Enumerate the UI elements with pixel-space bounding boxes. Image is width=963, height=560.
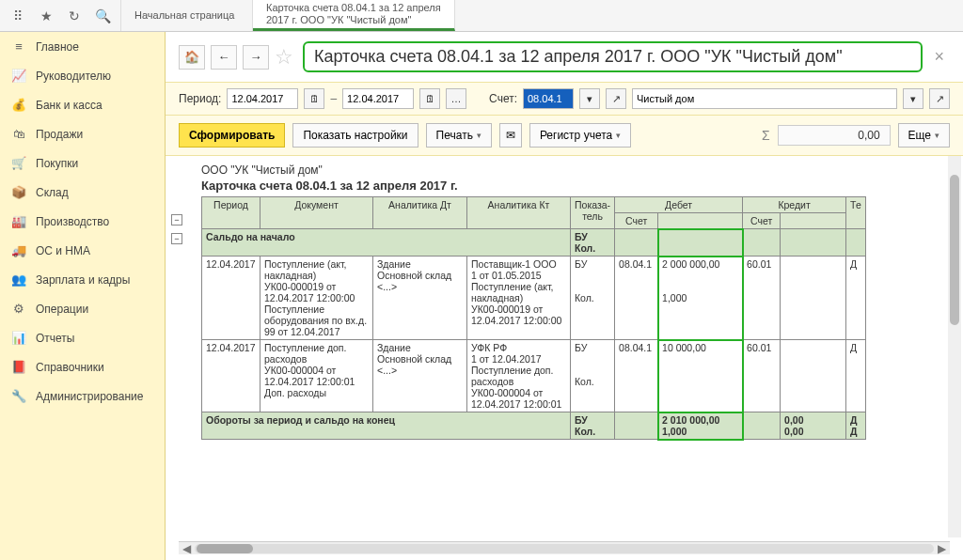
horizontal-scrollbar[interactable]: ◀ ▶ [179, 541, 950, 554]
col-period: Период [202, 197, 260, 229]
more-button[interactable]: Еще▾ [898, 123, 950, 148]
sidebar-item-sales[interactable]: 🛍Продажи [0, 119, 165, 148]
sidebar-item-label: ОС и НМА [36, 244, 90, 257]
content-header: 🏠 ← → ☆ Карточка счета 08.04.1 за 12 апр… [166, 32, 963, 156]
period-select-button[interactable]: … [446, 88, 466, 109]
account-open-button[interactable]: ↗ [606, 88, 626, 109]
register-button[interactable]: Регистр учета▾ [529, 123, 631, 148]
star-icon[interactable]: ★ [34, 4, 58, 28]
title-row: 🏠 ← → ☆ Карточка счета 08.04.1 за 12 апр… [179, 41, 950, 72]
report-icon: 📊 [11, 331, 26, 345]
table-row[interactable]: 12.04.2017 Поступление (акт, накладная) … [202, 257, 866, 340]
money-icon: 💰 [11, 98, 26, 112]
close-button[interactable]: × [928, 47, 950, 67]
col-debit: Дебет [615, 197, 743, 213]
date-from-input[interactable] [227, 88, 298, 109]
sidebar-item-label: Продажи [36, 128, 83, 141]
calendar-from-button[interactable]: 🗓 [304, 88, 324, 109]
sidebar-item-label: Отчеты [36, 332, 74, 345]
cell-t: Д [846, 340, 866, 412]
back-button[interactable]: ← [211, 45, 237, 70]
sidebar-item-label: Склад [36, 186, 69, 199]
totals-debit: 2 010 000,001,000 [658, 412, 743, 440]
date-separator: – [330, 92, 337, 105]
sidebar-item-manager[interactable]: 📈Руководителю [0, 61, 165, 90]
cell-document: Поступление доп. расходов УК00-000004 от… [260, 340, 373, 412]
favorite-star-icon[interactable]: ☆ [275, 45, 293, 70]
cell-an-kt: УФК РФ 1 от 12.04.2017 Поступление доп. … [467, 340, 571, 412]
sidebar-item-dictionaries[interactable]: 📕Справочники [0, 352, 165, 381]
tree-toggle[interactable]: − [171, 233, 182, 244]
sum-display: 0,00 [778, 125, 891, 146]
sidebar-item-label: Банк и касса [36, 99, 103, 112]
apps-icon[interactable]: ⠿ [6, 4, 30, 28]
col-dt-schet: Счет [615, 213, 658, 229]
show-settings-label: Показать настройки [303, 129, 407, 142]
gear-icon: ⚙ [11, 302, 26, 316]
sidebar-item-main[interactable]: ≡Главное [0, 32, 165, 61]
vertical-scrollbar[interactable] [948, 156, 961, 537]
cell-indicator: БУКол. [571, 340, 615, 412]
period-label: Период: [179, 92, 221, 105]
date-to-input[interactable] [342, 88, 414, 109]
tab-report[interactable]: Карточка счета 08.04.1 за 12 апреля 2017… [253, 0, 455, 31]
cell-dt-val: 10 000,00 [658, 340, 743, 412]
mail-button[interactable]: ✉ [499, 123, 522, 148]
org-dropdown-button[interactable]: ▾ [903, 88, 924, 109]
forward-button[interactable]: → [243, 45, 269, 70]
sidebar-item-label: Руководителю [36, 70, 111, 83]
cell-dt-val: 2 000 000,001,000 [658, 257, 743, 340]
table-header-row: Период Документ Аналитика Дт Аналитика К… [202, 197, 866, 213]
sidebar-item-bank[interactable]: 💰Банк и касса [0, 90, 165, 119]
sidebar-item-production[interactable]: 🏭Производство [0, 207, 165, 236]
factory-icon: 🏭 [11, 214, 26, 228]
params-row: Период: 🗓 – 🗓 … Счет: ▾ ↗ ▾ ↗ [166, 82, 963, 116]
sidebar-item-reports[interactable]: 📊Отчеты [0, 323, 165, 352]
cell-dt-schet: 08.04.1 [615, 257, 658, 340]
totals-t: ДД [846, 412, 866, 440]
sidebar-item-purchases[interactable]: 🛒Покупки [0, 148, 165, 178]
tab-home[interactable]: Начальная страница [121, 0, 253, 31]
print-label: Печать [436, 129, 473, 142]
col-an-dt: Аналитика Дт [373, 197, 467, 229]
account-input[interactable] [523, 88, 574, 109]
print-button[interactable]: Печать▾ [426, 123, 492, 148]
form-button-label: Сформировать [189, 129, 275, 142]
history-icon[interactable]: ↻ [62, 4, 87, 28]
totals-credit: 0,000,00 [781, 412, 846, 440]
col-credit: Кредит [743, 197, 846, 213]
org-input[interactable] [632, 88, 897, 109]
sidebar-item-admin[interactable]: 🔧Администрирование [0, 381, 165, 411]
form-button[interactable]: Сформировать [179, 123, 285, 148]
sidebar-item-warehouse[interactable]: 📦Склад [0, 178, 165, 207]
box-icon: 📦 [11, 185, 26, 199]
col-t: Те [846, 197, 866, 229]
sidebar-item-hr[interactable]: 👥Зарплата и кадры [0, 265, 165, 294]
cell-t: Д [846, 257, 866, 340]
table-row[interactable]: 12.04.2017 Поступление доп. расходов УК0… [202, 340, 866, 412]
account-dropdown-button[interactable]: ▾ [579, 88, 600, 109]
col-dt-val [658, 213, 743, 229]
sidebar-item-label: Операции [36, 303, 88, 316]
tab-label: Начальная страница [134, 9, 239, 22]
cell-indicator: БУКол. [571, 257, 615, 340]
sidebar-item-assets[interactable]: 🚚ОС и НМА [0, 236, 165, 265]
org-open-button[interactable]: ↗ [929, 88, 950, 109]
cell-kt-schet: 60.01 [743, 340, 781, 412]
show-settings-button[interactable]: Показать настройки [292, 123, 418, 148]
sidebar: ≡Главное 📈Руководителю 💰Банк и касса 🛍Пр… [0, 32, 166, 560]
book-icon: 📕 [11, 360, 26, 374]
report-area: ООО "УК "Чистый дом" Карточка счета 08.0… [166, 156, 963, 537]
col-kt-schet: Счет [743, 213, 781, 229]
toolbar-row: Сформировать Показать настройки Печать▾ … [166, 116, 963, 156]
tree-toggle[interactable]: − [171, 214, 182, 226]
calendar-to-button[interactable]: 🗓 [419, 88, 440, 109]
sidebar-item-label: Зарплата и кадры [36, 273, 130, 287]
sidebar-item-operations[interactable]: ⚙Операции [0, 294, 165, 323]
topbar-left: ⠿ ★ ↻ 🔍 [0, 0, 121, 31]
report-table: Период Документ Аналитика Дт Аналитика К… [201, 196, 866, 440]
home-button[interactable]: 🏠 [179, 45, 205, 70]
sidebar-item-label: Производство [36, 215, 109, 228]
search-icon[interactable]: 🔍 [90, 4, 115, 28]
cell-period: 12.04.2017 [202, 257, 260, 340]
